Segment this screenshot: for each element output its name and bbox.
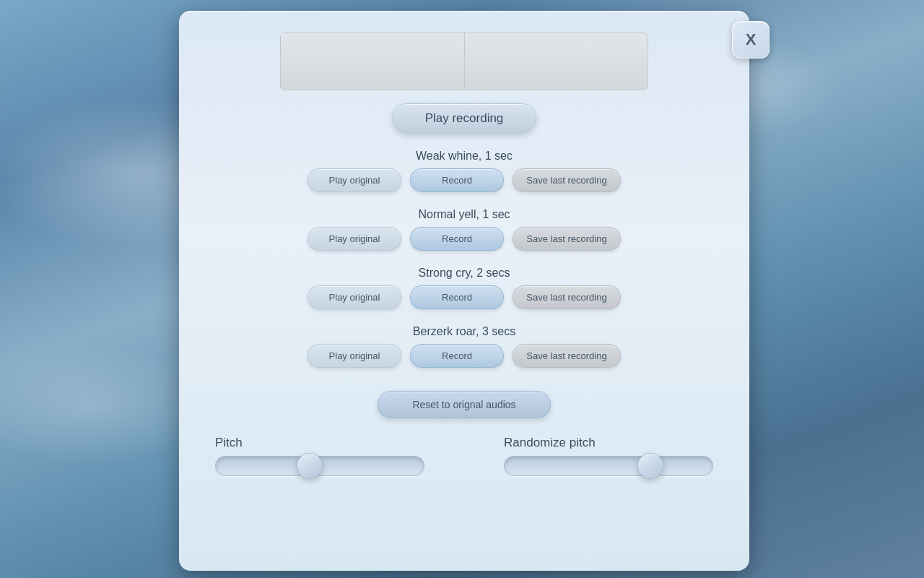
sound-buttons-berzerk-roar: Play original Record Save last recording [308, 344, 621, 368]
save-berzerk-roar[interactable]: Save last recording [513, 344, 621, 368]
save-label-1: Save last recording [526, 233, 606, 244]
sound-section-strong-cry: Strong cry, 2 secs Play original Record … [208, 267, 720, 319]
sound-buttons-strong-cry: Play original Record Save last recording [308, 285, 621, 309]
sound-label-berzerk-roar: Berzerk roar, 3 secs [413, 325, 515, 338]
play-original-berzerk-roar[interactable]: Play original [308, 344, 401, 368]
record-weak-whine[interactable]: Record [410, 168, 504, 192]
reset-label: Reset to orignal audios [412, 399, 515, 410]
record-strong-cry[interactable]: Record [410, 285, 504, 309]
waveform-panel-left [281, 33, 465, 90]
play-recording-label: Play recording [425, 111, 504, 125]
play-original-strong-cry[interactable]: Play original [308, 285, 401, 309]
save-strong-cry[interactable]: Save last recording [513, 285, 621, 309]
pitch-thumb[interactable] [297, 453, 323, 479]
record-label-2: Record [442, 292, 472, 303]
sound-section-weak-whine: Weak whine, 1 sec Play original Record S… [208, 150, 720, 202]
sound-label-normal-yell: Normal yell, 1 sec [418, 208, 510, 221]
pitch-slider-group: Pitch [215, 436, 424, 476]
randomize-pitch-slider-group: Randomize pitch [504, 436, 713, 476]
record-normal-yell[interactable]: Record [410, 227, 504, 251]
save-weak-whine[interactable]: Save last recording [513, 168, 621, 192]
sliders-row: Pitch Randomize pitch [208, 436, 720, 476]
play-original-label-3: Play original [329, 350, 380, 361]
pitch-slider[interactable] [215, 456, 424, 476]
randomize-pitch-thumb[interactable] [637, 453, 663, 479]
sound-buttons-weak-whine: Play original Record Save last recording [308, 168, 621, 192]
sound-buttons-normal-yell: Play original Record Save last recording [308, 227, 621, 251]
sound-section-normal-yell: Normal yell, 1 sec Play original Record … [208, 208, 720, 261]
save-label-0: Save last recording [526, 175, 606, 186]
play-original-label-2: Play original [329, 292, 380, 303]
save-label-2: Save last recording [526, 292, 606, 303]
save-label-3: Save last recording [526, 350, 606, 361]
save-normal-yell[interactable]: Save last recording [513, 227, 621, 251]
sound-section-berzerk-roar: Berzerk roar, 3 secs Play original Recor… [208, 325, 720, 378]
waveform-display [280, 33, 648, 90]
reset-button[interactable]: Reset to orignal audios [378, 391, 551, 418]
play-original-normal-yell[interactable]: Play original [308, 227, 401, 251]
play-recording-button[interactable]: Play recording [392, 103, 536, 134]
sound-label-weak-whine: Weak whine, 1 sec [416, 150, 513, 163]
play-original-label-1: Play original [329, 233, 380, 244]
waveform-panel-right [465, 33, 648, 90]
close-icon: X [746, 30, 757, 49]
close-button[interactable]: X [732, 21, 770, 59]
randomize-pitch-label: Randomize pitch [504, 436, 713, 450]
record-berzerk-roar[interactable]: Record [410, 344, 504, 368]
play-original-weak-whine[interactable]: Play original [308, 168, 401, 192]
main-dialog: X Play recording Weak whine, 1 sec Play … [179, 11, 749, 571]
pitch-label: Pitch [215, 436, 424, 450]
randomize-pitch-slider[interactable] [504, 456, 713, 476]
record-label-3: Record [442, 350, 472, 361]
record-label-0: Record [442, 175, 472, 186]
sound-label-strong-cry: Strong cry, 2 secs [419, 267, 510, 280]
record-label-1: Record [442, 233, 472, 244]
play-original-label-0: Play original [329, 175, 380, 186]
